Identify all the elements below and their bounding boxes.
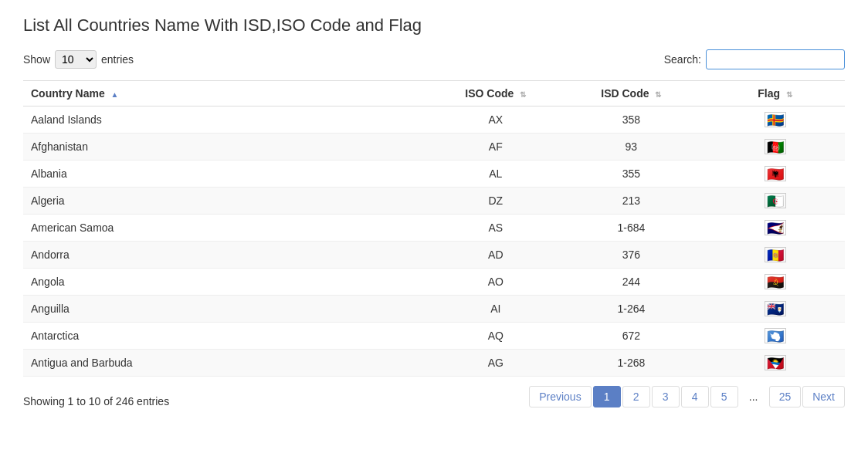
flag-icon: 🇦🇩 bbox=[765, 247, 786, 262]
cell-flag: 🇦🇱 bbox=[705, 161, 845, 188]
table-controls: Show 10 25 50 100 entries Search: bbox=[23, 49, 845, 69]
cell-flag: 🇦🇩 bbox=[705, 242, 845, 269]
cell-country-name: Anguilla bbox=[23, 296, 434, 323]
table-row: Albania AL 355 🇦🇱 bbox=[23, 161, 845, 188]
cell-isd-code: 355 bbox=[558, 161, 706, 188]
prev-button[interactable]: Previous bbox=[529, 386, 591, 407]
table-row: Aaland Islands AX 358 🇦🇽 bbox=[23, 107, 845, 134]
cell-country-name: Albania bbox=[23, 161, 434, 188]
cell-flag: 🇦🇴 bbox=[705, 269, 845, 296]
col-isd-code-label: ISD Code bbox=[601, 87, 649, 100]
col-flag-label: Flag bbox=[758, 87, 780, 100]
sort-icon-country: ▲ bbox=[111, 90, 119, 99]
search-input[interactable] bbox=[706, 49, 845, 69]
footer-info: Showing 1 to 10 of 246 entries bbox=[23, 395, 169, 407]
page-2-button[interactable]: 2 bbox=[622, 386, 650, 407]
cell-iso-code: AI bbox=[434, 296, 558, 323]
sort-icon-isd: ⇅ bbox=[655, 90, 661, 99]
flag-icon: 🇦🇫 bbox=[765, 139, 786, 154]
search-box: Search: bbox=[664, 49, 845, 69]
cell-iso-code: AG bbox=[434, 350, 558, 377]
table-row: Angola AO 244 🇦🇴 bbox=[23, 269, 845, 296]
cell-iso-code: AL bbox=[434, 161, 558, 188]
table-header-row: Country Name ▲ ISO Code ⇅ ISD Code ⇅ Fla… bbox=[23, 81, 845, 107]
flag-icon: 🇦🇱 bbox=[765, 166, 786, 181]
cell-flag: 🇦🇫 bbox=[705, 134, 845, 161]
cell-country-name: Afghanistan bbox=[23, 134, 434, 161]
pagination: Previous 1 2 3 4 5 ... 25 Next bbox=[529, 386, 845, 407]
cell-isd-code: 1-684 bbox=[558, 215, 706, 242]
table-row: Andorra AD 376 🇦🇩 bbox=[23, 242, 845, 269]
col-isd-code[interactable]: ISD Code ⇅ bbox=[558, 81, 706, 107]
flag-icon: 🇦🇸 bbox=[765, 220, 786, 235]
page-4-button[interactable]: 4 bbox=[681, 386, 709, 407]
flag-icon: 🇦🇶 bbox=[765, 328, 786, 343]
cell-flag: 🇦🇸 bbox=[705, 215, 845, 242]
page-25-button[interactable]: 25 bbox=[769, 386, 802, 407]
cell-flag: 🇦🇬 bbox=[705, 350, 845, 377]
sort-icon-flag: ⇅ bbox=[786, 90, 792, 99]
cell-isd-code: 1-264 bbox=[558, 296, 706, 323]
entries-select[interactable]: 10 25 50 100 bbox=[55, 50, 97, 69]
countries-table: Country Name ▲ ISO Code ⇅ ISD Code ⇅ Fla… bbox=[23, 80, 845, 377]
cell-country-name: American Samoa bbox=[23, 215, 434, 242]
cell-iso-code: AS bbox=[434, 215, 558, 242]
page-5-button[interactable]: 5 bbox=[710, 386, 738, 407]
cell-isd-code: 376 bbox=[558, 242, 706, 269]
flag-icon: 🇦🇮 bbox=[765, 301, 786, 316]
cell-flag: 🇩🇿 bbox=[705, 188, 845, 215]
cell-country-name: Antarctica bbox=[23, 323, 434, 350]
entries-label: entries bbox=[101, 53, 134, 66]
col-iso-code-label: ISO Code bbox=[465, 87, 514, 100]
col-country-name-label: Country Name bbox=[31, 87, 105, 100]
ellipsis: ... bbox=[740, 386, 768, 407]
cell-iso-code: DZ bbox=[434, 188, 558, 215]
flag-icon: 🇦🇴 bbox=[765, 274, 786, 289]
cell-country-name: Algeria bbox=[23, 188, 434, 215]
page-3-button[interactable]: 3 bbox=[652, 386, 680, 407]
cell-iso-code: AF bbox=[434, 134, 558, 161]
flag-icon: 🇦🇽 bbox=[765, 112, 786, 127]
cell-isd-code: 93 bbox=[558, 134, 706, 161]
table-row: Antarctica AQ 672 🇦🇶 bbox=[23, 323, 845, 350]
next-button[interactable]: Next bbox=[802, 386, 845, 407]
cell-flag: 🇦🇮 bbox=[705, 296, 845, 323]
cell-country-name: Antigua and Barbuda bbox=[23, 350, 434, 377]
cell-iso-code: AD bbox=[434, 242, 558, 269]
page-1-button[interactable]: 1 bbox=[593, 386, 621, 407]
col-country-name[interactable]: Country Name ▲ bbox=[23, 81, 434, 107]
pagination-area: Showing 1 to 10 of 246 entries Previous … bbox=[23, 386, 845, 407]
table-row: Afghanistan AF 93 🇦🇫 bbox=[23, 134, 845, 161]
show-label: Show bbox=[23, 53, 50, 66]
table-row: American Samoa AS 1-684 🇦🇸 bbox=[23, 215, 845, 242]
table-row: Antigua and Barbuda AG 1-268 🇦🇬 bbox=[23, 350, 845, 377]
flag-icon: 🇩🇿 bbox=[765, 193, 786, 208]
cell-iso-code: AX bbox=[434, 107, 558, 134]
cell-isd-code: 244 bbox=[558, 269, 706, 296]
flag-icon: 🇦🇬 bbox=[765, 355, 786, 370]
table-row: Anguilla AI 1-264 🇦🇮 bbox=[23, 296, 845, 323]
show-entries-control: Show 10 25 50 100 entries bbox=[23, 50, 134, 69]
search-label: Search: bbox=[664, 53, 701, 66]
table-row: Algeria DZ 213 🇩🇿 bbox=[23, 188, 845, 215]
cell-isd-code: 358 bbox=[558, 107, 706, 134]
col-flag[interactable]: Flag ⇅ bbox=[705, 81, 845, 107]
cell-flag: 🇦🇽 bbox=[705, 107, 845, 134]
cell-country-name: Aaland Islands bbox=[23, 107, 434, 134]
cell-iso-code: AQ bbox=[434, 323, 558, 350]
page-title: List All Countries Name With ISD,ISO Cod… bbox=[23, 15, 845, 36]
col-iso-code[interactable]: ISO Code ⇅ bbox=[434, 81, 558, 107]
cell-country-name: Angola bbox=[23, 269, 434, 296]
cell-flag: 🇦🇶 bbox=[705, 323, 845, 350]
cell-isd-code: 1-268 bbox=[558, 350, 706, 377]
sort-icon-iso: ⇅ bbox=[520, 90, 526, 99]
cell-country-name: Andorra bbox=[23, 242, 434, 269]
cell-isd-code: 213 bbox=[558, 188, 706, 215]
cell-iso-code: AO bbox=[434, 269, 558, 296]
cell-isd-code: 672 bbox=[558, 323, 706, 350]
